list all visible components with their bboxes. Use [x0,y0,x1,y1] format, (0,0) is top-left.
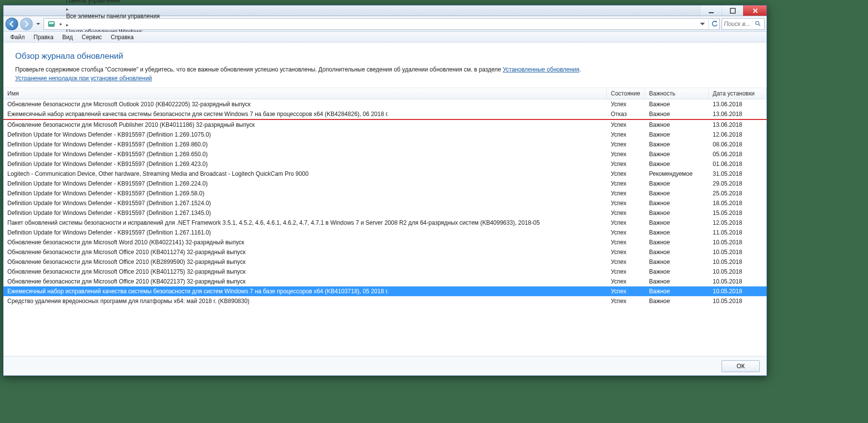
cell-importance: Важное [645,150,709,158]
cell-date: 08.06.2018 [709,141,767,148]
table-row[interactable]: Обновление безопасности для Microsoft Of… [3,247,767,257]
table-row[interactable]: Definition Update for Windows Defender -… [3,188,767,198]
content-header: Обзор журнала обновлений Проверьте содер… [3,43,767,88]
cell-name: Обновление безопасности для Microsoft Ou… [3,100,607,108]
search-box[interactable] [722,18,765,30]
cell-name: Обновление безопасности для Microsoft Of… [3,258,607,266]
cell-date: 13.06.2018 [709,110,767,118]
table-row[interactable]: Ежемесячный набор исправлений качества с… [3,109,767,120]
table-row[interactable]: Обновление безопасности для Microsoft Pu… [3,120,767,130]
cell-name: Обновление безопасности для Microsoft Of… [3,278,607,285]
table-body[interactable]: Обновление безопасности для Microsoft Ou… [3,99,767,356]
table-row[interactable]: Обновление безопасности для Microsoft Ou… [3,99,767,109]
dialog-footer: ОК [3,356,767,376]
address-bar[interactable]: ▸ Панель управления▸Все элементы панели … [44,18,720,30]
cell-importance: Важное [645,180,709,188]
cell-importance: Важное [645,131,709,139]
table-row[interactable]: Definition Update for Windows Defender -… [3,140,767,149]
cell-name: Definition Update for Windows Defender -… [3,160,607,168]
menu-item[interactable]: Правка [30,33,58,42]
search-icon [755,20,761,28]
column-date[interactable]: Дата установки [709,88,767,99]
cell-name: Logitech - Communication Device, Other h… [3,170,607,178]
cell-name: Обновление безопасности для Microsoft Of… [3,268,607,276]
table-row[interactable]: Средство удаления вредоносных программ д… [3,296,767,306]
cell-importance: Важное [645,189,709,197]
maximize-button[interactable] [722,5,743,16]
menu-item[interactable]: Файл [6,33,29,42]
menu-item[interactable]: Сервис [78,33,106,42]
cell-name: Definition Update for Windows Defender -… [3,229,607,236]
table-row[interactable]: Definition Update for Windows Defender -… [3,228,767,237]
svg-rect-0 [709,12,714,13]
table-row[interactable]: Logitech - Communication Device, Other h… [3,169,767,179]
cell-status: Успех [607,180,645,188]
table-row[interactable]: Definition Update for Windows Defender -… [3,149,767,159]
column-importance[interactable]: Важность [645,88,709,99]
installed-updates-link[interactable]: Установленные обновления [503,66,579,73]
column-name[interactable]: Имя [3,88,607,99]
table-row[interactable]: Definition Update for Windows Defender -… [3,130,767,140]
menu-bar: ФайлПравкаВидСервисСправка [3,32,767,43]
nav-back-button[interactable] [5,18,18,30]
cell-name: Ежемесячный набор исправлений качества с… [3,287,607,295]
cell-status: Успех [607,170,645,178]
column-status[interactable]: Состояние [607,88,645,99]
table-row[interactable]: Обновление безопасности для Microsoft Of… [3,277,767,286]
cell-date: 31.05.2018 [709,170,767,178]
menu-item[interactable]: Справка [107,33,138,42]
cell-status: Успех [607,160,645,168]
cell-importance: Важное [645,238,709,246]
table-row[interactable]: Definition Update for Windows Defender -… [3,179,767,188]
cell-name: Definition Update for Windows Defender -… [3,131,607,139]
cell-date: 11.05.2018 [709,229,767,236]
table-row[interactable]: Definition Update for Windows Defender -… [3,198,767,208]
close-button[interactable] [743,5,767,16]
cell-status: Успех [607,219,645,227]
cell-status: Успех [607,278,645,285]
cell-name: Обновление безопасности для Microsoft Wo… [3,238,607,246]
cell-status: Успех [607,248,645,256]
breadcrumb-item[interactable]: Панель управления [64,0,162,4]
cell-date: 10.05.2018 [709,238,767,246]
cell-status: Успех [607,199,645,207]
table-row[interactable]: Definition Update for Windows Defender -… [3,159,767,169]
ok-button[interactable]: ОК [722,360,760,372]
cell-date: 29.05.2018 [709,180,767,188]
refresh-button[interactable] [708,19,718,29]
svg-rect-1 [730,8,735,13]
address-dropdown-button[interactable] [698,19,707,29]
cell-date: 10.05.2018 [709,248,767,256]
cell-name: Обновление безопасности для Microsoft Pu… [3,121,607,129]
cell-status: Успех [607,150,645,158]
cell-date: 10.05.2018 [709,278,767,285]
table-row[interactable]: Ежемесячный набор исправлений качества с… [3,286,767,296]
cell-importance: Важное [645,278,709,285]
nav-history-dropdown[interactable] [35,18,42,30]
breadcrumb-item[interactable]: Все элементы панели управления [64,13,162,20]
cell-importance: Важное [645,287,709,295]
update-history-table: Имя Состояние Важность Дата установки Об… [3,88,767,356]
svg-rect-3 [49,22,54,24]
cell-name: Пакет обновлений системы безопасности и … [3,219,607,227]
chevron-right-icon: ▸ [64,22,71,27]
table-row[interactable]: Обновление безопасности для Microsoft Of… [3,257,767,267]
cell-name: Definition Update for Windows Defender -… [3,199,607,207]
table-row[interactable]: Пакет обновлений системы безопасности и … [3,218,767,228]
minimize-button[interactable] [700,5,722,16]
cell-name: Definition Update for Windows Defender -… [3,180,607,188]
nav-forward-button[interactable] [20,18,33,30]
menu-item[interactable]: Вид [58,33,77,42]
cell-importance: Важное [645,258,709,266]
table-row[interactable]: Definition Update for Windows Defender -… [3,208,767,218]
troubleshoot-link[interactable]: Устранение неполадок при установке обнов… [15,75,152,82]
table-row[interactable]: Обновление безопасности для Microsoft Of… [3,267,767,277]
cell-name: Ежемесячный набор исправлений качества с… [3,110,607,118]
cell-status: Успех [607,258,645,266]
table-row[interactable]: Обновление безопасности для Microsoft Wo… [3,237,767,247]
page-title: Обзор журнала обновлений [15,51,755,61]
search-input[interactable] [724,21,755,27]
cell-name: Definition Update for Windows Defender -… [3,209,607,217]
cell-status: Успех [607,287,645,295]
cell-status: Успех [607,268,645,276]
